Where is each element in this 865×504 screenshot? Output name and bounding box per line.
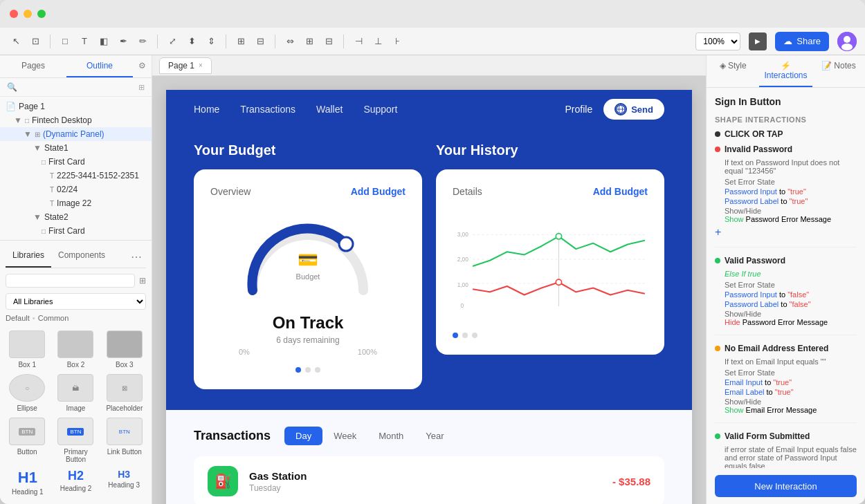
tab-outline[interactable]: Outline: [66, 55, 133, 77]
period-week[interactable]: Week: [322, 427, 367, 445]
zoom-tool[interactable]: ⊞: [233, 34, 248, 49]
tab-close-icon[interactable]: ×: [199, 62, 203, 69]
tree-state2[interactable]: ▼ State2: [0, 210, 152, 224]
add-budget-button[interactable]: Add Budget: [351, 186, 406, 197]
history-title: Your History: [436, 142, 664, 158]
pen-tool-2[interactable]: ✏: [135, 34, 150, 49]
filter-icon[interactable]: ⚙: [133, 55, 152, 77]
nav-transactions[interactable]: Transactions: [240, 104, 295, 115]
user-avatar[interactable]: [837, 32, 857, 51]
lib-filter-icon[interactable]: ⊞: [139, 276, 146, 286]
trigger-header: CLICK OR TAP: [715, 129, 857, 139]
shape-tool[interactable]: ◧: [96, 34, 111, 49]
lib-select[interactable]: All Libraries: [6, 293, 146, 310]
tree-image-1[interactable]: T Image 22: [0, 196, 152, 210]
tag-common[interactable]: Common: [38, 314, 69, 322]
trigger-label: CLICK OR TAP: [725, 129, 783, 139]
tab-interactions[interactable]: ⚡ Interactions: [759, 55, 812, 87]
rectangle-tool[interactable]: □: [57, 34, 73, 49]
text-tool[interactable]: T: [77, 34, 92, 49]
tab-notes[interactable]: 📝 Notes: [812, 55, 865, 87]
pen-tool[interactable]: ✒: [116, 34, 131, 49]
toolbar-separator-5: [343, 35, 344, 48]
tree-page1[interactable]: 📄 Page 1: [0, 100, 152, 113]
h-align[interactable]: ⊣: [351, 34, 366, 49]
comp-h2[interactable]: H2 Heading 2: [54, 469, 98, 496]
tree-state1[interactable]: ▼ State1: [0, 141, 152, 155]
period-year[interactable]: Year: [415, 427, 455, 445]
tree-date-1[interactable]: T 02/24: [0, 183, 152, 196]
add-budget-history-button[interactable]: Add Budget: [593, 186, 648, 197]
zoom-select[interactable]: 100%: [695, 32, 740, 50]
lib-more-icon[interactable]: ⋯: [127, 246, 146, 268]
tree-first-card-2[interactable]: □ First Card: [0, 224, 152, 238]
add-action-1[interactable]: +: [715, 226, 721, 239]
filter-options-icon[interactable]: ⊞: [138, 83, 145, 92]
history-chart-svg: 3,00 2,00 1,00 0: [453, 211, 648, 321]
canvas-scroll[interactable]: Home Transactions Wallet Support Profile: [152, 76, 706, 504]
period-month[interactable]: Month: [367, 427, 415, 445]
budget-card: Overview Add Budget: [194, 169, 422, 389]
close-button[interactable]: [10, 10, 18, 18]
comp-button[interactable]: BTN Button: [6, 418, 48, 463]
transactions-header: Transactions Day Week Month Year: [194, 427, 664, 445]
comp-placeholder[interactable]: ⊠ Placeholder: [103, 374, 146, 412]
canvas-tab-page1[interactable]: Page 1 ×: [159, 57, 212, 74]
nav-home[interactable]: Home: [194, 104, 219, 115]
outline-search-input[interactable]: [21, 82, 134, 92]
dist-tool[interactable]: ⇕: [203, 34, 219, 49]
share-button[interactable]: ☁ Share: [775, 32, 829, 51]
v-align[interactable]: ⊥: [370, 34, 385, 49]
grid-tool[interactable]: ⊞: [302, 34, 317, 49]
resize-tool[interactable]: ⤢: [165, 34, 180, 49]
nav-profile[interactable]: Profile: [565, 104, 593, 115]
comp-ellipse-preview: ○: [9, 374, 45, 402]
toolbar-separator-4: [275, 35, 275, 48]
tree-fintech-desktop[interactable]: ▼ □ Fintech Desktop: [0, 113, 152, 127]
comp-primary-button[interactable]: BTN Primary Button: [54, 418, 97, 463]
select-tool[interactable]: ↖: [8, 34, 24, 49]
tab-pages[interactable]: Pages: [0, 55, 66, 77]
nav-send-button[interactable]: Send: [603, 99, 664, 120]
history-card-header: Details Add Budget: [453, 186, 648, 197]
comp-h3[interactable]: H3 Heading 3: [102, 469, 146, 496]
valid-pw-else: Else If true: [725, 270, 857, 278]
align-tool[interactable]: ⬍: [184, 34, 199, 49]
crop-tool[interactable]: ⊡: [28, 34, 43, 49]
tab-style[interactable]: ◈ Style: [707, 55, 759, 87]
layout-tool[interactable]: ⊟: [253, 34, 268, 49]
split-tool[interactable]: ⊟: [321, 34, 336, 49]
toolbar-separator-2: [157, 35, 158, 48]
connect-tool[interactable]: ⇔: [282, 34, 298, 49]
maximize-button[interactable]: [37, 10, 46, 18]
tree-dynamic-panel[interactable]: ▼ ⊞ (Dynamic Panel): [0, 127, 152, 141]
tab-components[interactable]: Components: [51, 246, 112, 268]
minimize-button[interactable]: [24, 10, 32, 18]
comp-h1[interactable]: H1 Heading 1: [6, 469, 50, 496]
transactions-title: Transactions: [194, 429, 271, 443]
comp-ellipse[interactable]: ○ Ellipse: [6, 374, 48, 412]
no-email-show: Show Email Error Message: [725, 406, 857, 414]
tag-default[interactable]: Default: [6, 314, 30, 322]
play-button[interactable]: ▶: [749, 32, 767, 50]
tab-libraries[interactable]: Libraries: [6, 246, 51, 268]
comp-box1[interactable]: Box 1: [6, 330, 48, 368]
history-dots: [453, 333, 648, 338]
new-interaction-button[interactable]: New Interaction: [715, 475, 857, 497]
nav-wallet[interactable]: Wallet: [316, 104, 343, 115]
comp-box3[interactable]: Box 3: [103, 330, 146, 368]
comp-box2[interactable]: Box 2: [54, 330, 97, 368]
comp-image[interactable]: 🏔 Image: [54, 374, 97, 412]
tree-card-num-1[interactable]: T 2225-3441-5152-2351: [0, 169, 152, 183]
svg-point-6: [339, 237, 353, 251]
nav-support[interactable]: Support: [363, 104, 397, 115]
invalid-pw-trigger: Invalid Password: [715, 144, 857, 154]
heading-grid: H1 Heading 1 H2 Heading 2 H3 Heading 3: [6, 466, 146, 498]
lib-search-input[interactable]: [6, 274, 135, 288]
titlebar: [0, 0, 865, 28]
period-day[interactable]: Day: [284, 427, 322, 445]
tree-first-card-1[interactable]: □ First Card: [0, 155, 152, 169]
comp-link-button[interactable]: BTN Link Button: [103, 418, 146, 463]
left-panel: Pages Outline ⚙ 🔍 ⊞ 📄 Page 1 ▼ □ Fin: [0, 55, 152, 504]
distribute[interactable]: ⊦: [390, 34, 405, 49]
